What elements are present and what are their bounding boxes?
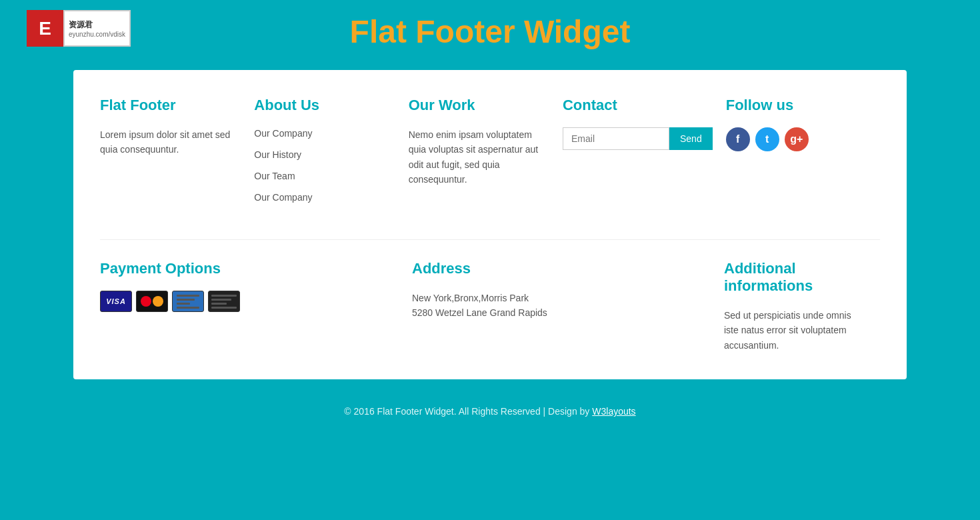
additional-body: Sed ut perspiciatis unde omnis iste natu… xyxy=(724,308,867,353)
col-additional: Additional informations Sed ut perspicia… xyxy=(724,260,880,353)
address-line2: 5280 Wetzel Lane Grand Rapids xyxy=(412,305,555,320)
w3layouts-link[interactable]: W3layouts xyxy=(592,406,635,417)
our-team-link[interactable]: Our Team xyxy=(254,171,295,181)
footer-top-row: Flat Footer Lorem ipsum dolor sit amet s… xyxy=(100,97,880,213)
col-our-work: Our Work Nemo enim ipsam voluptatem quia… xyxy=(409,97,563,213)
col-follow-us: Follow us f t g+ xyxy=(726,97,880,213)
visa-card: VISA xyxy=(100,291,132,312)
social-icons: f t g+ xyxy=(726,127,867,151)
our-history-link[interactable]: Our History xyxy=(254,149,301,160)
col-contact: Contact Send xyxy=(563,97,726,213)
email-input[interactable] xyxy=(563,127,669,150)
list-item: Our Company xyxy=(254,191,395,203)
footer-bar: © 2016 Flat Footer Widget. All Rights Re… xyxy=(0,386,980,437)
mastercard xyxy=(136,291,168,312)
list-item: Our Company xyxy=(254,127,395,139)
logo-letter: E xyxy=(27,10,63,47)
our-work-body: Nemo enim ipsam voluptatem quia voluptas… xyxy=(409,127,549,187)
page-title: Flat Footer Widget xyxy=(27,13,953,50)
list-item: Our History xyxy=(254,149,395,161)
logo-text: 资源君 eyunzhu.com/vdisk xyxy=(63,10,131,47)
logo-line2: eyunzhu.com/vdisk xyxy=(69,31,125,38)
address-line1: New York,Bronx,Morris Park xyxy=(412,291,555,305)
follow-us-heading: Follow us xyxy=(726,97,867,114)
footer-widget-card: Flat Footer Lorem ipsum dolor sit amet s… xyxy=(73,70,907,379)
other-card xyxy=(208,291,240,312)
facebook-icon[interactable]: f xyxy=(726,127,750,151)
col-flat-footer: Flat Footer Lorem ipsum dolor sit amet s… xyxy=(100,97,254,213)
contact-heading: Contact xyxy=(563,97,713,114)
payment-cards: VISA xyxy=(100,291,243,312)
col-spacer2 xyxy=(568,260,724,353)
address-heading: Address xyxy=(412,260,555,277)
email-row: Send xyxy=(563,127,713,150)
additional-heading: Additional informations xyxy=(724,260,867,295)
our-work-heading: Our Work xyxy=(409,97,549,114)
our-company-link-2[interactable]: Our Company xyxy=(254,192,312,203)
amex-card xyxy=(172,291,204,312)
footer-copyright: © 2016 Flat Footer Widget. All Rights Re… xyxy=(344,406,592,417)
about-us-heading: About Us xyxy=(254,97,395,114)
header: E 资源君 eyunzhu.com/vdisk Flat Footer Widg… xyxy=(0,0,980,63)
send-button[interactable]: Send xyxy=(669,127,713,150)
flat-footer-body: Lorem ipsum dolor sit amet sed quia cons… xyxy=(100,127,241,157)
about-us-links: Our Company Our History Our Team Our Com… xyxy=(254,127,395,203)
flat-footer-heading: Flat Footer xyxy=(100,97,241,114)
col-spacer xyxy=(256,260,412,353)
logo-line1: 资源君 xyxy=(69,19,125,31)
twitter-icon[interactable]: t xyxy=(755,127,779,151)
col-address: Address New York,Bronx,Morris Park 5280 … xyxy=(412,260,568,353)
google-icon[interactable]: g+ xyxy=(785,127,809,151)
divider xyxy=(100,239,880,240)
col-about-us: About Us Our Company Our History Our Tea… xyxy=(254,97,408,213)
footer-bottom-row: Payment Options VISA xyxy=(100,260,880,353)
list-item: Our Team xyxy=(254,170,395,182)
logo[interactable]: E 资源君 eyunzhu.com/vdisk xyxy=(27,10,131,47)
col-payment: Payment Options VISA xyxy=(100,260,256,353)
our-company-link-1[interactable]: Our Company xyxy=(254,128,312,139)
payment-heading: Payment Options xyxy=(100,260,243,277)
